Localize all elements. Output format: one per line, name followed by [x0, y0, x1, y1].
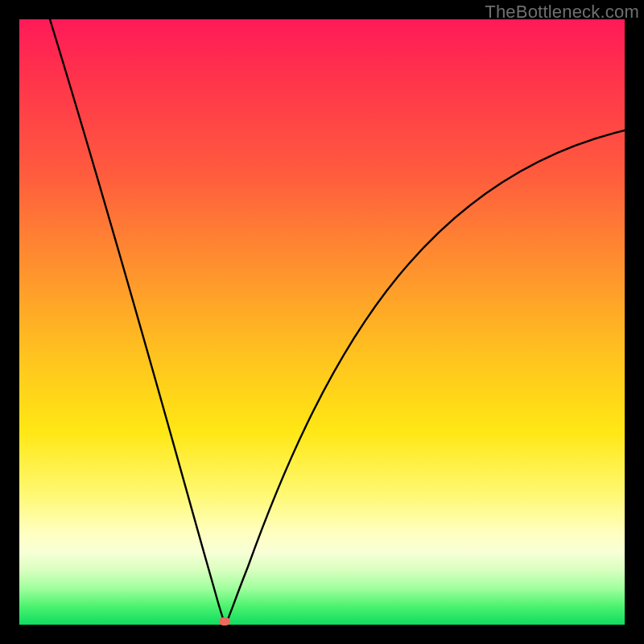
- bottleneck-curve-svg: [19, 19, 625, 625]
- curve-left-branch: [50, 19, 225, 625]
- optimum-marker: [219, 617, 230, 625]
- curve-right-branch: [225, 130, 625, 625]
- chart-frame: [19, 19, 625, 625]
